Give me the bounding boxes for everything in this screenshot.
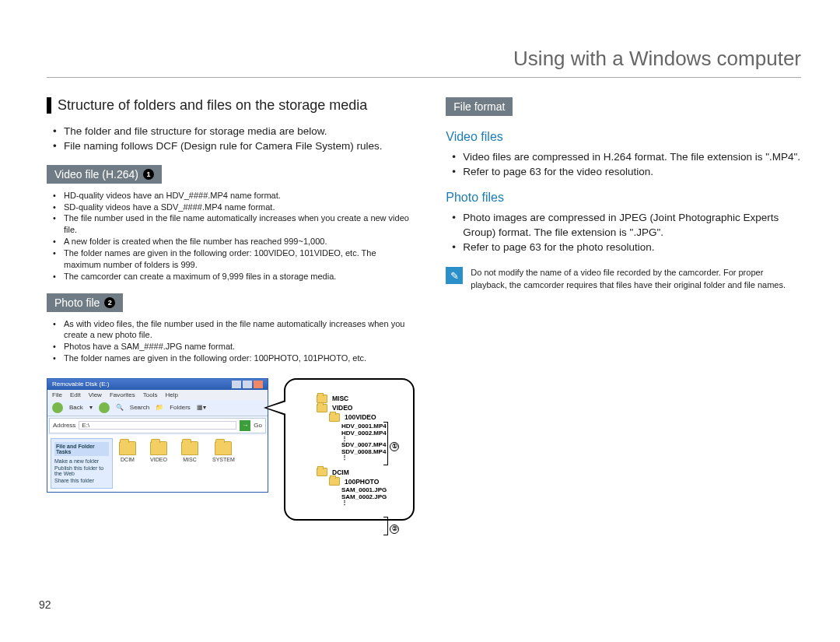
- tree-label: 100VIDEO: [345, 413, 376, 421]
- bracket-icon: [383, 517, 388, 535]
- menu-item[interactable]: Help: [165, 391, 177, 398]
- address-bar: Address E:\ → Go: [49, 418, 266, 433]
- folder-item[interactable]: VIDEO: [150, 441, 167, 486]
- sidebar-item[interactable]: Make a new folder: [54, 458, 109, 464]
- back-label[interactable]: Back: [69, 404, 83, 411]
- menu-item[interactable]: Tools: [143, 391, 158, 398]
- pill-label: Video file (H.264): [54, 168, 138, 181]
- go-button[interactable]: →: [240, 420, 250, 431]
- folder-icon: [329, 413, 340, 422]
- ellipsis-icon: ⋮: [304, 500, 387, 505]
- intro-list: The folder and file structure for storag…: [47, 125, 415, 154]
- pill-label: Photo file: [54, 296, 100, 309]
- explorer-titlebar: Removable Disk (E:): [47, 379, 268, 390]
- list-item: As with video files, the file number use…: [53, 318, 415, 342]
- folder-icon: [150, 441, 167, 455]
- explorer-toolbar: Back ▾ 🔍Search 📁Folders ▦▾: [47, 400, 268, 416]
- tree-label: VIDEO: [332, 404, 352, 412]
- menu-item[interactable]: File: [52, 391, 62, 398]
- menu-item[interactable]: Favorites: [110, 391, 135, 398]
- sidebar-item[interactable]: Share this folder: [54, 478, 109, 483]
- video-files-list: Video files are compressed in H.264 form…: [446, 150, 801, 180]
- list-item: The file number used in the file name au…: [53, 212, 415, 236]
- forward-icon[interactable]: [99, 402, 110, 413]
- address-input[interactable]: E:\: [79, 421, 236, 430]
- folder-icon: [317, 468, 327, 476]
- photo-files-list: Photo images are compressed in JPEG (Joi…: [446, 211, 801, 255]
- menu-item[interactable]: View: [89, 391, 102, 398]
- folder-item[interactable]: SYSTEM: [212, 441, 235, 486]
- list-item: Photos have a SAM_####.JPG name format.: [53, 341, 415, 353]
- view-icon[interactable]: ▦▾: [197, 404, 206, 411]
- folder-tree-diagram: ① ② MISC VIDEO 100VIDEO HDV_0001.MP4 HDV…: [284, 378, 415, 521]
- minimize-icon[interactable]: [232, 381, 241, 388]
- video-bullets: HD-quality videos have an HDV_####.MP4 n…: [47, 190, 415, 282]
- search-label[interactable]: Search: [130, 404, 149, 411]
- page-title: Using with a Windows computer: [47, 47, 801, 78]
- diagram-area: Removable Disk (E:) File Edit View Favor…: [47, 378, 415, 521]
- intro-item: File naming follows DCF (Design rule for…: [53, 139, 415, 154]
- tree-label: DCIM: [332, 468, 349, 476]
- tree-label: MISC: [332, 395, 348, 402]
- photo-file-pill: Photo file 2: [47, 293, 123, 312]
- list-item: The folder names are given in the follow…: [53, 247, 415, 271]
- list-item: Refer to page 63 for the video resolutio…: [452, 165, 801, 180]
- folder-icon: [215, 441, 232, 455]
- explorer-sidebar: File and Folder Tasks Make a new folder …: [51, 438, 113, 489]
- back-icon[interactable]: [52, 402, 63, 413]
- list-item: The folder names are given in the follow…: [53, 353, 415, 364]
- list-item: SD-quality videos have a SDV_####.MP4 na…: [53, 202, 415, 213]
- photo-files-heading: Photo files: [446, 191, 801, 205]
- note-block: ✎ Do not modify the name of a video file…: [446, 267, 801, 291]
- sidebar-title: File and Folder Tasks: [54, 442, 109, 456]
- folder-icon: [329, 477, 340, 486]
- folder-icon: [119, 441, 136, 455]
- note-text: Do not modify the name of a video file r…: [471, 267, 801, 291]
- explorer-content: DCIM VIDEO MISC SYSTEM: [116, 435, 268, 492]
- list-item: The camcorder can create a maximum of 9,…: [53, 271, 415, 282]
- bracket-icon: [383, 422, 388, 465]
- intro-item: The folder and file structure for storag…: [53, 125, 415, 139]
- tree-file: HDV_0001.MP4: [304, 423, 387, 430]
- explorer-menu: File Edit View Favorites Tools Help: [47, 390, 268, 400]
- photo-bullets: As with video files, the file number use…: [47, 318, 415, 364]
- folders-label[interactable]: Folders: [170, 404, 191, 411]
- folder-icon: [317, 404, 327, 412]
- explorer-title: Removable Disk (E:): [52, 381, 109, 388]
- folder-item[interactable]: MISC: [181, 441, 198, 486]
- go-label: Go: [254, 422, 262, 429]
- close-icon[interactable]: [254, 381, 263, 388]
- address-label: Address: [53, 422, 75, 429]
- tree-file: SDV_0007.MP4: [304, 441, 387, 448]
- ref-marker-2: ②: [390, 524, 399, 534]
- list-item: Video files are compressed in H.264 form…: [452, 150, 801, 165]
- ref-2-icon: 2: [104, 297, 115, 308]
- folder-label: MISC: [183, 457, 197, 462]
- list-item: HD-quality videos have an HDV_####.MP4 n…: [53, 190, 415, 202]
- explorer-window: Removable Disk (E:) File Edit View Favor…: [47, 378, 268, 493]
- folder-item[interactable]: DCIM: [119, 441, 136, 486]
- sidebar-item[interactable]: Publish this folder to the Web: [54, 465, 109, 476]
- note-icon: ✎: [446, 267, 463, 284]
- section-heading: Structure of folders and files on the st…: [47, 97, 415, 114]
- right-column: File format Video files Video files are …: [446, 97, 801, 521]
- folder-label: VIDEO: [150, 457, 167, 462]
- left-column: Structure of folders and files on the st…: [47, 97, 415, 521]
- page-number: 92: [39, 598, 51, 611]
- menu-item[interactable]: Edit: [70, 391, 81, 398]
- tree-file: SAM_0001.JPG: [304, 486, 387, 493]
- folder-icon: [181, 441, 198, 455]
- folder-label: DCIM: [121, 457, 135, 462]
- video-files-heading: Video files: [446, 130, 801, 144]
- list-item: A new folder is created when the file nu…: [53, 236, 415, 247]
- folder-label: SYSTEM: [212, 457, 235, 462]
- ref-marker-1: ①: [390, 442, 399, 451]
- video-file-pill: Video file (H.264) 1: [47, 165, 162, 184]
- tree-label: 100PHOTO: [345, 478, 379, 486]
- list-item: Photo images are compressed in JPEG (Joi…: [452, 211, 801, 240]
- maximize-icon[interactable]: [243, 381, 252, 388]
- pill-label: File format: [453, 100, 505, 113]
- ref-1-icon: 1: [143, 169, 154, 180]
- file-format-pill: File format: [446, 97, 513, 116]
- list-item: Refer to page 63 for the photo resolutio…: [452, 240, 801, 255]
